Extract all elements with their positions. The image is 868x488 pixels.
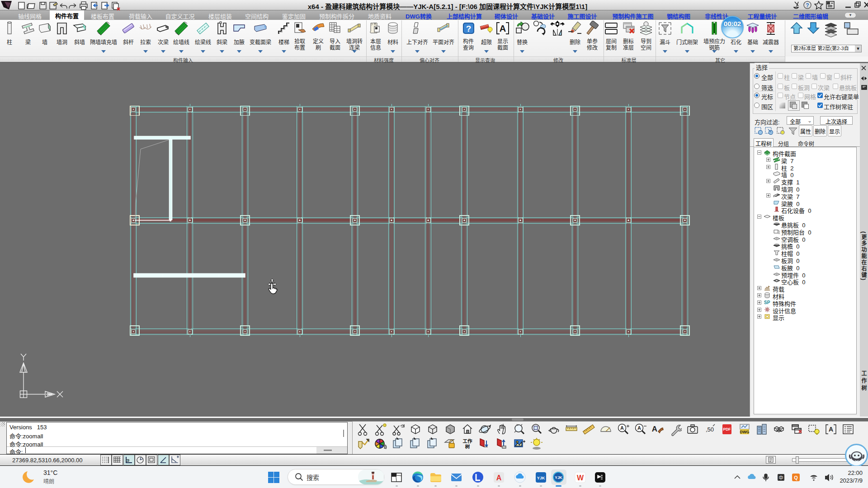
svg-text:A: A bbox=[829, 426, 833, 433]
svg-text:YJK: YJK bbox=[555, 475, 562, 480]
svg-text:PDF: PDF bbox=[723, 427, 731, 432]
svg-text:工作: 工作 bbox=[462, 438, 472, 444]
svg-text:W: W bbox=[577, 474, 584, 482]
svg-text:?: ? bbox=[466, 24, 472, 33]
svg-text:A: A bbox=[500, 23, 506, 33]
svg-text:A: A bbox=[496, 474, 502, 482]
svg-text:,50: ,50 bbox=[706, 426, 714, 433]
svg-text:YJK: YJK bbox=[537, 476, 545, 480]
svg-text:树: 树 bbox=[465, 444, 470, 449]
svg-text:A: A bbox=[620, 425, 624, 431]
svg-text:?: ? bbox=[806, 2, 809, 9]
svg-text:A: A bbox=[637, 425, 641, 431]
svg-text:SP: SP bbox=[764, 300, 770, 305]
svg-text:中: 中 bbox=[779, 475, 783, 480]
svg-text:A: A bbox=[652, 425, 657, 433]
svg-text:Q: Q bbox=[794, 475, 798, 480]
svg-text:DWG: DWG bbox=[740, 430, 749, 434]
